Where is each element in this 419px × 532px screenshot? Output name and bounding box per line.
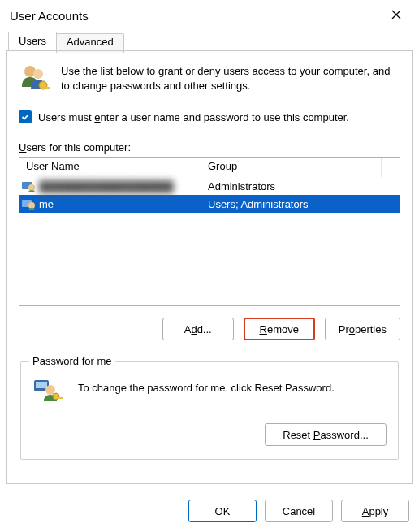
- properties-button[interactable]: Properties: [325, 318, 400, 340]
- require-login-checkbox[interactable]: [19, 110, 32, 123]
- close-icon: [391, 10, 401, 22]
- dialog-buttons: OK Cancel Apply: [188, 500, 409, 522]
- user-icon: [21, 179, 36, 192]
- user-actions-row: Add... Remove Properties: [19, 318, 400, 340]
- checkmark-icon: [21, 111, 29, 123]
- remove-button[interactable]: Remove: [244, 318, 315, 340]
- password-groupbox: Password for me To change the password f…: [20, 361, 399, 460]
- intro-row: Use the list below to grant or deny user…: [19, 63, 400, 96]
- reset-password-button[interactable]: Reset Password...: [265, 423, 387, 446]
- tabstrip: Users Advanced: [0, 31, 419, 50]
- apply-button[interactable]: Apply: [341, 500, 409, 522]
- column-spacer: [382, 158, 400, 177]
- users-list-label: Users for this computer:: [19, 141, 400, 154]
- password-text: To change the password for me, click Res…: [78, 377, 335, 394]
- users-listview[interactable]: User Name Group ██████████████████ Admin…: [19, 157, 400, 306]
- svg-rect-3: [45, 87, 50, 89]
- group-cell: Administrators: [201, 180, 400, 192]
- tab-panel-users: Use the list below to grant or deny user…: [6, 50, 413, 484]
- dialog-title: User Accounts: [10, 9, 89, 23]
- titlebar: User Accounts: [0, 0, 419, 31]
- ok-button[interactable]: OK: [188, 500, 257, 522]
- require-login-label: Users must enter a user name and passwor…: [38, 111, 349, 123]
- username-cell: ██████████████████: [39, 180, 174, 192]
- add-button[interactable]: Add...: [162, 318, 234, 340]
- username-cell: me: [39, 198, 54, 210]
- intro-text: Use the list below to grant or deny user…: [61, 63, 400, 93]
- svg-point-10: [45, 385, 55, 395]
- table-row[interactable]: ██████████████████ Administrators: [19, 177, 400, 195]
- password-legend: Password for me: [29, 355, 115, 367]
- user-icon: [21, 197, 36, 210]
- require-login-row: Users must enter a user name and passwor…: [19, 110, 400, 123]
- svg-point-11: [53, 393, 59, 400]
- cancel-button[interactable]: Cancel: [265, 500, 333, 522]
- svg-rect-9: [36, 382, 47, 388]
- svg-rect-12: [58, 397, 63, 399]
- column-username[interactable]: User Name: [19, 158, 201, 177]
- users-icon: [19, 63, 50, 96]
- table-row[interactable]: me Users; Administrators: [19, 195, 400, 213]
- column-group[interactable]: Group: [201, 158, 382, 177]
- key-user-icon: [32, 377, 63, 407]
- svg-point-7: [28, 202, 35, 209]
- svg-point-1: [33, 69, 43, 79]
- listview-header: User Name Group: [19, 158, 400, 177]
- user-accounts-dialog: User Accounts Users Advanced: [0, 0, 419, 532]
- svg-point-5: [28, 184, 35, 191]
- tab-users[interactable]: Users: [8, 32, 57, 51]
- close-button[interactable]: [383, 4, 409, 27]
- group-cell: Users; Administrators: [201, 198, 400, 210]
